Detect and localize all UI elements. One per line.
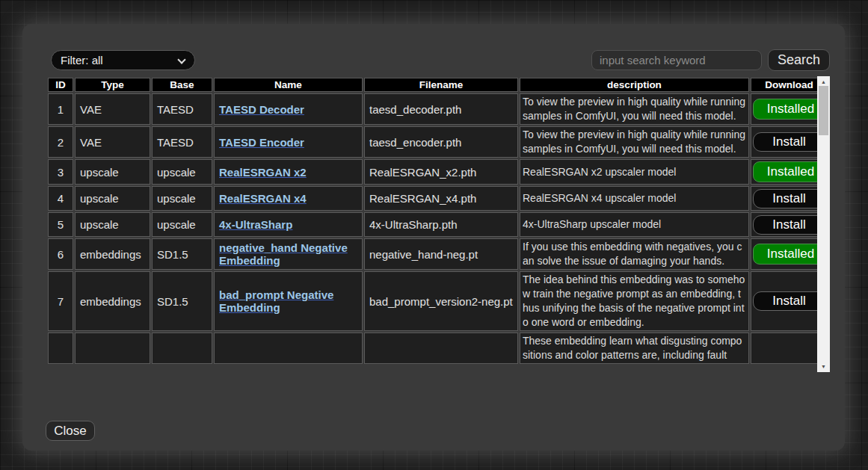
model-name-link[interactable]: TAESD Encoder bbox=[219, 136, 304, 149]
cell-description: The idea behind this embedding was to so… bbox=[520, 271, 749, 331]
cell-id: 4 bbox=[48, 186, 73, 211]
cell-name: RealESRGAN x4 bbox=[214, 186, 363, 211]
column-header-type: Type bbox=[75, 78, 150, 92]
cell-type: upscale bbox=[75, 212, 150, 237]
cell-download: Install bbox=[751, 212, 817, 237]
cell-type: VAE bbox=[75, 93, 150, 125]
cell-id: 1 bbox=[48, 93, 73, 125]
column-header-name: Name bbox=[214, 78, 363, 92]
cell-filename: negative_hand-neg.pt bbox=[364, 238, 518, 270]
cell-download: Installed bbox=[751, 159, 817, 185]
table-row: These embedding learn what disgusting co… bbox=[48, 333, 817, 364]
cell-type: embeddings bbox=[75, 238, 150, 270]
cell-filename: RealESRGAN_x4.pth bbox=[364, 186, 518, 211]
cell-description: RealESRGAN x2 upscaler model bbox=[520, 159, 749, 185]
table-row: 4upscaleupscaleRealESRGAN x4RealESRGAN_x… bbox=[48, 186, 817, 211]
cell-base: SD1.5 bbox=[152, 271, 212, 331]
cell-name: RealESRGAN x2 bbox=[214, 159, 363, 185]
cell-filename: 4x-UltraSharp.pth bbox=[364, 212, 518, 237]
cell-base: SD1.5 bbox=[152, 238, 212, 270]
column-header-id: ID bbox=[48, 78, 73, 92]
cell-description: RealESRGAN x4 upscaler model bbox=[520, 186, 749, 211]
cell-description: If you use this embedding with negatives… bbox=[520, 238, 749, 270]
install-button[interactable]: Install bbox=[753, 132, 817, 152]
cell-id: 3 bbox=[48, 159, 73, 185]
cell-description: 4x-UltraSharp upscaler model bbox=[520, 212, 749, 237]
model-name-link[interactable]: bad_prompt Negative Embedding bbox=[219, 288, 333, 314]
scrollbar-thumb[interactable] bbox=[819, 86, 828, 135]
cell-description: To view the preview in high quality whil… bbox=[520, 126, 749, 158]
chevron-down-icon bbox=[177, 55, 185, 64]
cell-name bbox=[214, 333, 363, 364]
close-button[interactable]: Close bbox=[46, 421, 95, 441]
cell-download: Install bbox=[751, 186, 817, 211]
cell-id: 2 bbox=[48, 126, 73, 158]
cell-base: upscale bbox=[152, 159, 212, 185]
install-button[interactable]: Install bbox=[753, 291, 817, 311]
model-name-link[interactable]: negative_hand Negative Embedding bbox=[219, 241, 348, 267]
model-name-link[interactable]: RealESRGAN x2 bbox=[219, 166, 307, 179]
table-row: 3upscaleupscaleRealESRGAN x2RealESRGAN_x… bbox=[48, 159, 817, 185]
cell-id: 7 bbox=[48, 271, 73, 331]
model-table-viewport: IDTypeBaseNameFilenamedescriptionDownloa… bbox=[46, 76, 817, 372]
cell-description: To view the preview in high quality whil… bbox=[520, 93, 749, 125]
installed-button[interactable]: Installed bbox=[753, 99, 817, 120]
cell-download bbox=[751, 333, 817, 364]
model-name-link[interactable]: 4x-UltraSharp bbox=[219, 218, 292, 231]
cell-base: upscale bbox=[152, 186, 212, 211]
table-row: 5upscaleupscale4x-UltraSharp4x-UltraShar… bbox=[48, 212, 817, 237]
cell-base: TAESD bbox=[152, 126, 212, 158]
cell-type: VAE bbox=[75, 126, 150, 158]
cell-download: Install bbox=[751, 126, 817, 158]
cell-filename bbox=[364, 333, 518, 364]
cell-type: upscale bbox=[75, 186, 150, 211]
cell-filename: taesd_decoder.pth bbox=[364, 93, 518, 125]
cell-filename: taesd_encoder.pth bbox=[364, 126, 518, 158]
filter-dropdown[interactable]: Filter: all bbox=[51, 50, 195, 70]
column-header-description: description bbox=[520, 78, 749, 92]
cell-base bbox=[152, 333, 212, 364]
cell-name: TAESD Decoder bbox=[214, 93, 363, 125]
model-table: IDTypeBaseNameFilenamedescriptionDownloa… bbox=[46, 76, 817, 365]
table-scrollbar[interactable]: ▲ ▼ bbox=[817, 76, 830, 372]
cell-filename: bad_prompt_version2-neg.pt bbox=[364, 271, 518, 331]
cell-id: 5 bbox=[48, 212, 73, 237]
cell-name: bad_prompt Negative Embedding bbox=[214, 271, 363, 331]
table-header-row: IDTypeBaseNameFilenamedescriptionDownloa… bbox=[48, 78, 817, 92]
installed-button[interactable]: Installed bbox=[753, 244, 817, 265]
cell-name: TAESD Encoder bbox=[214, 126, 363, 158]
scroll-down-icon[interactable]: ▼ bbox=[817, 361, 830, 372]
install-button[interactable]: Install bbox=[753, 189, 817, 208]
cell-download: Installed bbox=[751, 238, 817, 270]
model-name-link[interactable]: RealESRGAN x4 bbox=[219, 192, 307, 205]
table-row: 6embeddingsSD1.5negative_hand Negative E… bbox=[48, 238, 817, 270]
cell-download: Installed bbox=[751, 93, 817, 125]
cell-name: 4x-UltraSharp bbox=[214, 212, 363, 237]
cell-description: These embedding learn what disgusting co… bbox=[520, 333, 749, 364]
search-button[interactable]: Search bbox=[768, 49, 830, 71]
cell-base: TAESD bbox=[152, 93, 212, 125]
cell-name: negative_hand Negative Embedding bbox=[214, 238, 363, 270]
column-header-filename: Filename bbox=[364, 78, 518, 92]
column-header-download: Download bbox=[751, 78, 817, 92]
cell-type: upscale bbox=[75, 159, 150, 185]
cell-filename: RealESRGAN_x2.pth bbox=[364, 159, 518, 185]
column-header-base: Base bbox=[152, 78, 212, 92]
cell-type bbox=[75, 333, 150, 364]
installed-button[interactable]: Installed bbox=[753, 161, 817, 182]
search-group: Search bbox=[591, 49, 830, 71]
table-row: 1VAETAESDTAESD Decodertaesd_decoder.pthT… bbox=[48, 93, 817, 125]
table-row: 2VAETAESDTAESD Encodertaesd_encoder.pthT… bbox=[48, 126, 817, 158]
cell-id: 6 bbox=[48, 238, 73, 270]
table-row: 7embeddingsSD1.5bad_prompt Negative Embe… bbox=[48, 271, 817, 331]
filter-dropdown-label: Filter: all bbox=[61, 54, 103, 67]
model-table-zone: IDTypeBaseNameFilenamedescriptionDownloa… bbox=[46, 76, 830, 372]
install-button[interactable]: Install bbox=[753, 215, 817, 235]
model-manager-dialog: Filter: all Search IDTypeBaseNameFilenam… bbox=[22, 24, 845, 451]
model-name-link[interactable]: TAESD Decoder bbox=[219, 103, 304, 116]
search-input[interactable] bbox=[591, 50, 762, 70]
cell-id bbox=[48, 333, 73, 364]
toolbar: Filter: all Search bbox=[46, 49, 830, 70]
cell-download: Install bbox=[751, 271, 817, 331]
cell-type: embeddings bbox=[75, 271, 150, 331]
